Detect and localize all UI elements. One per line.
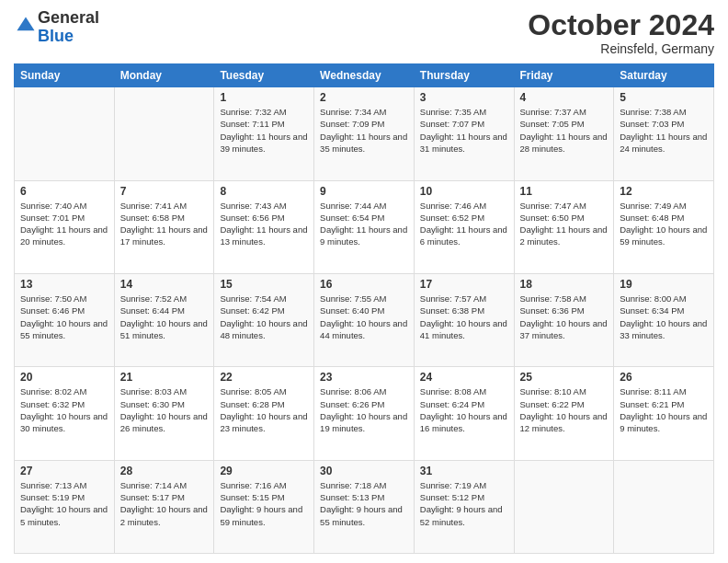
table-cell: 18Sunrise: 7:58 AM Sunset: 6:36 PM Dayli… [514, 273, 614, 366]
day-number: 24 [420, 371, 508, 384]
day-info: Sunrise: 7:19 AM Sunset: 5:12 PM Dayligh… [420, 479, 508, 528]
table-cell: 3Sunrise: 7:35 AM Sunset: 7:07 PM Daylig… [414, 87, 514, 180]
table-cell: 2Sunrise: 7:34 AM Sunset: 7:09 PM Daylig… [314, 87, 415, 180]
day-info: Sunrise: 8:08 AM Sunset: 6:24 PM Dayligh… [420, 385, 508, 434]
table-cell: 4Sunrise: 7:37 AM Sunset: 7:05 PM Daylig… [514, 87, 614, 180]
table-cell: 20Sunrise: 8:02 AM Sunset: 6:32 PM Dayli… [15, 367, 115, 460]
day-number: 12 [620, 185, 708, 198]
day-info: Sunrise: 7:46 AM Sunset: 6:52 PM Dayligh… [420, 200, 508, 248]
col-sunday: Sunday [15, 64, 115, 87]
table-cell: 8Sunrise: 7:43 AM Sunset: 6:56 PM Daylig… [214, 180, 314, 273]
table-cell: 7Sunrise: 7:41 AM Sunset: 6:58 PM Daylig… [114, 180, 214, 273]
calendar-table: Sunday Monday Tuesday Wednesday Thursday… [14, 63, 714, 554]
week-row-2: 6Sunrise: 7:40 AM Sunset: 7:01 PM Daylig… [15, 180, 714, 273]
day-info: Sunrise: 8:00 AM Sunset: 6:34 PM Dayligh… [620, 293, 708, 341]
day-info: Sunrise: 7:16 AM Sunset: 5:15 PM Dayligh… [220, 479, 308, 528]
logo-general-text: General [38, 8, 99, 27]
day-info: Sunrise: 7:14 AM Sunset: 5:17 PM Dayligh… [120, 479, 209, 528]
day-info: Sunrise: 7:57 AM Sunset: 6:38 PM Dayligh… [420, 293, 508, 341]
day-info: Sunrise: 7:52 AM Sunset: 6:44 PM Dayligh… [120, 293, 209, 341]
col-saturday: Saturday [614, 64, 714, 87]
month-title: October 2024 [528, 9, 714, 41]
day-info: Sunrise: 7:41 AM Sunset: 6:58 PM Dayligh… [120, 200, 209, 248]
day-number: 27 [20, 465, 108, 477]
day-info: Sunrise: 8:02 AM Sunset: 6:32 PM Dayligh… [20, 385, 108, 434]
day-info: Sunrise: 8:05 AM Sunset: 6:28 PM Dayligh… [220, 385, 308, 434]
table-cell: 16Sunrise: 7:55 AM Sunset: 6:40 PM Dayli… [314, 273, 415, 366]
day-number: 5 [620, 91, 708, 104]
col-tuesday: Tuesday [214, 64, 314, 87]
table-cell: 26Sunrise: 8:11 AM Sunset: 6:21 PM Dayli… [614, 367, 714, 460]
day-number: 30 [320, 465, 408, 477]
col-thursday: Thursday [414, 64, 514, 87]
day-number: 7 [120, 185, 209, 198]
col-wednesday: Wednesday [314, 64, 415, 87]
day-info: Sunrise: 8:10 AM Sunset: 6:22 PM Dayligh… [520, 385, 609, 434]
table-cell: 13Sunrise: 7:50 AM Sunset: 6:46 PM Dayli… [15, 273, 115, 366]
day-number: 23 [320, 371, 408, 384]
day-info: Sunrise: 7:58 AM Sunset: 6:36 PM Dayligh… [520, 293, 609, 341]
day-number: 28 [120, 465, 209, 477]
table-cell: 25Sunrise: 8:10 AM Sunset: 6:22 PM Dayli… [514, 367, 614, 460]
table-cell [114, 87, 214, 180]
day-info: Sunrise: 7:47 AM Sunset: 6:50 PM Dayligh… [520, 200, 609, 248]
day-number: 11 [520, 185, 609, 198]
day-number: 6 [20, 185, 108, 198]
table-cell: 22Sunrise: 8:05 AM Sunset: 6:28 PM Dayli… [214, 367, 314, 460]
day-info: Sunrise: 8:11 AM Sunset: 6:21 PM Dayligh… [620, 385, 708, 434]
day-number: 10 [420, 185, 508, 198]
logo-icon [16, 16, 36, 36]
day-number: 13 [20, 278, 108, 291]
col-monday: Monday [114, 64, 214, 87]
table-cell [614, 460, 714, 553]
day-number: 3 [420, 91, 508, 104]
table-cell: 14Sunrise: 7:52 AM Sunset: 6:44 PM Dayli… [114, 273, 214, 366]
day-info: Sunrise: 8:03 AM Sunset: 6:30 PM Dayligh… [120, 385, 209, 434]
day-info: Sunrise: 7:38 AM Sunset: 7:03 PM Dayligh… [620, 106, 708, 155]
table-cell [15, 87, 115, 180]
day-number: 16 [320, 278, 408, 291]
day-info: Sunrise: 7:37 AM Sunset: 7:05 PM Dayligh… [520, 106, 609, 155]
day-info: Sunrise: 7:44 AM Sunset: 6:54 PM Dayligh… [320, 200, 408, 248]
week-row-5: 27Sunrise: 7:13 AM Sunset: 5:19 PM Dayli… [15, 460, 714, 553]
table-cell: 11Sunrise: 7:47 AM Sunset: 6:50 PM Dayli… [514, 180, 614, 273]
week-row-4: 20Sunrise: 8:02 AM Sunset: 6:32 PM Dayli… [15, 367, 714, 460]
table-cell: 15Sunrise: 7:54 AM Sunset: 6:42 PM Dayli… [214, 273, 314, 366]
table-cell: 10Sunrise: 7:46 AM Sunset: 6:52 PM Dayli… [414, 180, 514, 273]
table-cell: 23Sunrise: 8:06 AM Sunset: 6:26 PM Dayli… [314, 367, 415, 460]
day-number: 9 [320, 185, 408, 198]
day-number: 1 [220, 91, 308, 104]
table-cell: 21Sunrise: 8:03 AM Sunset: 6:30 PM Dayli… [114, 367, 214, 460]
day-number: 25 [520, 371, 609, 384]
logo-blue-text: Blue [38, 27, 74, 45]
day-number: 17 [420, 278, 508, 291]
day-info: Sunrise: 7:40 AM Sunset: 7:01 PM Dayligh… [20, 200, 108, 248]
table-cell: 17Sunrise: 7:57 AM Sunset: 6:38 PM Dayli… [414, 273, 514, 366]
day-info: Sunrise: 7:55 AM Sunset: 6:40 PM Dayligh… [320, 293, 408, 341]
day-number: 4 [520, 91, 609, 104]
day-number: 29 [220, 465, 308, 477]
day-info: Sunrise: 7:34 AM Sunset: 7:09 PM Dayligh… [320, 106, 408, 155]
table-cell: 12Sunrise: 7:49 AM Sunset: 6:48 PM Dayli… [614, 180, 714, 273]
day-number: 26 [620, 371, 708, 384]
day-number: 21 [120, 371, 209, 384]
day-number: 18 [520, 278, 609, 291]
day-info: Sunrise: 7:43 AM Sunset: 6:56 PM Dayligh… [220, 200, 308, 248]
header-row: Sunday Monday Tuesday Wednesday Thursday… [15, 64, 714, 87]
day-info: Sunrise: 7:35 AM Sunset: 7:07 PM Dayligh… [420, 106, 508, 155]
day-number: 8 [220, 185, 308, 198]
week-row-3: 13Sunrise: 7:50 AM Sunset: 6:46 PM Dayli… [15, 273, 714, 366]
table-cell: 30Sunrise: 7:18 AM Sunset: 5:13 PM Dayli… [314, 460, 415, 553]
day-info: Sunrise: 7:13 AM Sunset: 5:19 PM Dayligh… [20, 479, 108, 528]
day-number: 14 [120, 278, 209, 291]
day-number: 2 [320, 91, 408, 104]
table-cell: 9Sunrise: 7:44 AM Sunset: 6:54 PM Daylig… [314, 180, 415, 273]
day-number: 15 [220, 278, 308, 291]
day-number: 31 [420, 465, 508, 477]
day-info: Sunrise: 7:49 AM Sunset: 6:48 PM Dayligh… [620, 200, 708, 248]
col-friday: Friday [514, 64, 614, 87]
day-info: Sunrise: 7:54 AM Sunset: 6:42 PM Dayligh… [220, 293, 308, 341]
location-subtitle: Reinsfeld, Germany [528, 41, 714, 56]
table-cell [514, 460, 614, 553]
title-block: October 2024 Reinsfeld, Germany [528, 9, 714, 56]
